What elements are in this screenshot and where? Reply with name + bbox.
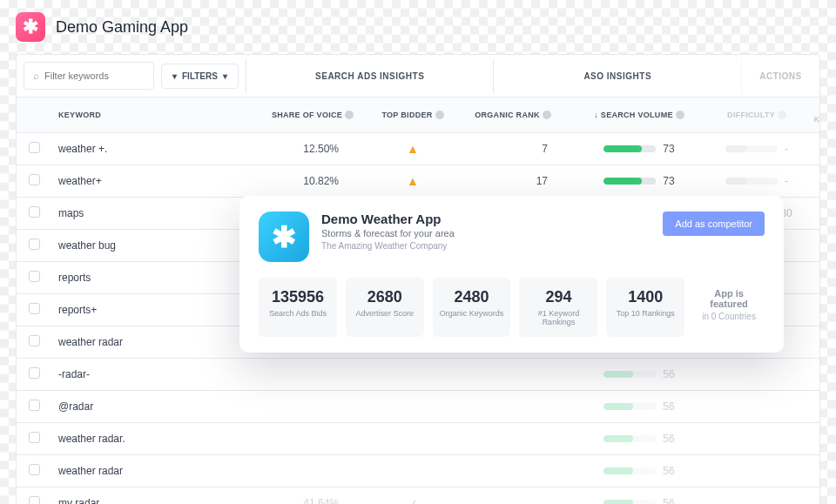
stat-label: #1 Keyword Rankings [526, 309, 590, 326]
col-volume[interactable]: ↓ SEARCH VOLUME [565, 102, 713, 129]
top-bidder-cell: ✓ [365, 488, 461, 505]
organic-cell [461, 430, 565, 447]
section-actions: ACTIONS [741, 59, 819, 93]
stat-number: 135956 [266, 288, 330, 306]
warning-icon: ▲ [407, 174, 419, 188]
keyword-cell: weather bug [51, 231, 260, 260]
organic-cell: 7 [461, 134, 565, 164]
top-bidder-cell: ▲ [365, 165, 461, 197]
volume-cell: 56 [565, 456, 713, 486]
stat-label: Advertiser Score [353, 309, 417, 318]
row-checkbox[interactable] [29, 400, 40, 411]
competitor-subtitle: Storms & forecast for your area [321, 228, 455, 239]
keyword-cell: my radar [51, 488, 260, 504]
track-cell: + [800, 230, 820, 261]
difficulty-cell [713, 430, 800, 447]
stat-card: 294#1 Keyword Rankings [519, 278, 597, 337]
app-header: ✱ Demo Gaming App [0, 0, 836, 54]
row-checkbox[interactable] [29, 174, 40, 185]
keyword-cell: weather radar [51, 327, 260, 357]
section-aso: ASO INSIGHTS [493, 59, 741, 93]
col-organic[interactable]: ORGANIC RANK [461, 102, 565, 129]
col-share[interactable]: SHARE OF VOICE [260, 102, 365, 129]
col-track[interactable]: TRACK KEYWORD [800, 97, 820, 132]
competitor-stats: 135956Search Ads Bids2680Advertiser Scor… [259, 278, 765, 337]
volume-cell: 73 [565, 166, 713, 196]
col-difficulty[interactable]: DIFFICULTY [713, 102, 800, 129]
track-cell: + [800, 487, 820, 504]
search-input-wrap[interactable]: ⌕ [24, 62, 154, 90]
filter-icon: ▾ [172, 71, 177, 81]
stat-number: 2480 [440, 288, 504, 306]
stat-label: Top 10 Rankings [613, 309, 678, 318]
keyword-cell: weather radar [51, 456, 260, 486]
stat-card: 1400Top 10 Rankings [606, 278, 684, 337]
table-row[interactable]: weather+ 10.82% ▲ 17 73 - + [17, 165, 819, 198]
track-cell: + [800, 294, 820, 326]
row-checkbox[interactable] [29, 335, 40, 346]
app-title: Demo Gaming App [56, 18, 188, 37]
share-cell: 10.82% [260, 166, 365, 196]
stat-label: Search Ads Bids [266, 309, 330, 318]
track-cell: + [800, 391, 820, 422]
organic-cell [461, 366, 565, 383]
difficulty-cell [713, 398, 800, 415]
table-row[interactable]: @radar 56 + [17, 391, 819, 423]
stat-number: 1400 [613, 288, 678, 306]
row-checkbox[interactable] [29, 303, 40, 314]
column-headers: KEYWORD SHARE OF VOICE TOP BIDDER ORGANI… [17, 97, 819, 133]
row-checkbox[interactable] [29, 496, 40, 504]
row-checkbox[interactable] [29, 367, 40, 379]
col-keyword[interactable]: KEYWORD [51, 102, 260, 128]
row-checkbox[interactable] [29, 464, 40, 475]
share-cell: 12.50% [260, 134, 365, 164]
top-bidder-cell [365, 430, 461, 447]
stat-card: 2480Organic Keywords [433, 278, 511, 337]
row-checkbox[interactable] [29, 432, 40, 443]
app-logo-icon: ✱ [16, 12, 45, 42]
table-row[interactable]: my radar 41.64% ✓ 56 + [17, 487, 819, 504]
competitor-app-icon: ✱ [259, 212, 309, 262]
track-cell: + [800, 262, 820, 293]
share-cell: 41.64% [260, 488, 365, 504]
competitor-company: The Amazing Weather Company [321, 241, 455, 251]
row-checkbox[interactable] [29, 206, 40, 218]
keyword-cell: weather radar. [51, 424, 260, 454]
top-bidder-cell [365, 398, 461, 415]
volume-cell: 56 [565, 424, 713, 454]
track-cell: + [800, 198, 820, 229]
stat-label: Organic Keywords [440, 309, 504, 318]
filters-button[interactable]: ▾ FILTERS ▾ [161, 64, 239, 89]
share-cell [260, 366, 365, 383]
stat-card: 2680Advertiser Score [346, 278, 424, 337]
chevron-down-icon: ▾ [223, 71, 227, 81]
volume-cell: 56 [565, 488, 713, 504]
info-icon [778, 111, 786, 119]
keyword-cell: reports [51, 263, 260, 292]
stat-number: 2680 [353, 288, 417, 306]
organic-cell: 17 [461, 166, 565, 196]
stat-card: 135956Search Ads Bids [259, 278, 337, 337]
table-row[interactable]: weather +. 12.50% ▲ 7 73 - + [17, 133, 819, 165]
search-input[interactable] [44, 71, 145, 81]
row-checkbox[interactable] [29, 239, 40, 250]
row-checkbox[interactable] [29, 271, 40, 282]
competitor-title: Demo Weather App [321, 212, 455, 226]
table-row[interactable]: -radar- 56 + [17, 359, 819, 391]
table-row[interactable]: weather radar. 56 + [17, 423, 819, 455]
share-cell [260, 398, 365, 415]
row-checkbox[interactable] [29, 142, 40, 153]
table-row[interactable]: weather radar 56 + [17, 455, 819, 487]
info-icon [345, 111, 354, 119]
keyword-cell: -radar- [51, 360, 260, 389]
search-icon: ⌕ [33, 70, 39, 82]
difficulty-cell: - [713, 166, 800, 196]
add-competitor-button[interactable]: Add as competitor [663, 212, 765, 236]
check-icon: ✓ [408, 497, 418, 505]
track-cell: + [800, 423, 820, 454]
share-cell [260, 462, 365, 480]
section-search-ads: SEARCH ADS INSIGHTS [246, 59, 494, 93]
col-top-bidder[interactable]: TOP BIDDER [365, 102, 461, 129]
competitor-popover: ✱ Demo Weather App Storms & forecast for… [239, 196, 784, 353]
keyword-cell: weather+ [51, 166, 260, 196]
